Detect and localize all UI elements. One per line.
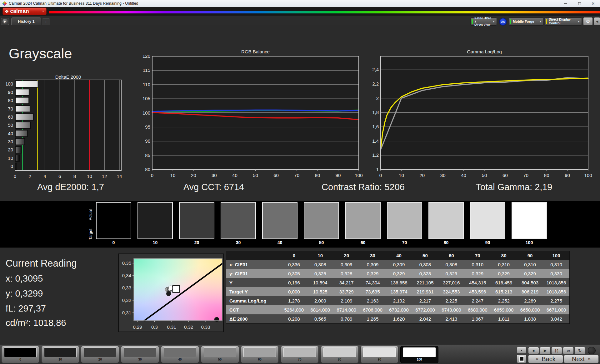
patch-button-20[interactable]: 20 bbox=[81, 346, 119, 363]
deltae-bar-chart: 100908070605040302010002468101214 bbox=[6, 79, 132, 182]
grayscale-swatch-strip: Actual Target 0102030405060708090100 bbox=[0, 201, 600, 248]
patch-button-50[interactable]: 50 bbox=[201, 346, 239, 363]
patch-button-70[interactable]: 70 bbox=[281, 346, 319, 363]
status-indicator-circle bbox=[588, 347, 596, 354]
svg-text:70: 70 bbox=[523, 173, 528, 178]
table-cell: 2,000 bbox=[307, 296, 333, 305]
grayscale-swatch-100 bbox=[512, 202, 547, 239]
patch-button-10[interactable]: 10 bbox=[41, 346, 79, 363]
patch-button-100[interactable]: 100 bbox=[400, 346, 438, 363]
row-label: y: CIE31 bbox=[226, 269, 281, 278]
table-cell: 0,328 bbox=[412, 269, 438, 278]
svg-text:0,33: 0,33 bbox=[201, 324, 210, 330]
svg-text:95: 95 bbox=[145, 124, 150, 130]
patch-button-80[interactable]: 80 bbox=[321, 346, 359, 363]
grayscale-swatch-10 bbox=[138, 202, 173, 239]
patch-button-0[interactable]: 0 bbox=[1, 346, 39, 363]
layout-nav-button[interactable]: ▶ bbox=[1, 18, 9, 25]
table-cell: 0,310 bbox=[464, 260, 491, 269]
patch-button-60[interactable]: 60 bbox=[241, 346, 279, 363]
svg-text:40: 40 bbox=[461, 173, 466, 178]
table-cell: 6714,000 bbox=[333, 305, 360, 314]
svg-text:110: 110 bbox=[143, 82, 150, 87]
source-dropdown[interactable]: Mobile Forge ▼ bbox=[509, 17, 544, 26]
rgb-balance-chart-title: RGB Balance bbox=[152, 49, 359, 54]
svg-text:115: 115 bbox=[143, 67, 150, 73]
svg-text:20: 20 bbox=[419, 173, 425, 178]
chevron-down-icon: ▼ bbox=[578, 20, 580, 23]
table-cell: 6680,000 bbox=[464, 305, 491, 314]
table-cell: 0,310 bbox=[491, 260, 517, 269]
svg-text:40: 40 bbox=[8, 131, 13, 136]
grayscale-swatch-70 bbox=[387, 202, 422, 239]
back-button[interactable]: « Back bbox=[528, 355, 563, 363]
meter-badge[interactable]: 700 bbox=[499, 18, 507, 26]
calman-app-window: Calman 2024 Calman Ultimate for Business… bbox=[0, 0, 600, 364]
meter-dropdown[interactable]: X-Rite i1Pro 3Direct View ▼ bbox=[470, 17, 497, 26]
table-cell: 0,329 bbox=[438, 269, 464, 278]
table-cell: 2,252 bbox=[491, 296, 517, 305]
continuous-measure-button[interactable]: ∞ bbox=[563, 347, 574, 354]
single-measure-button[interactable]: [·] bbox=[551, 347, 562, 354]
collapse-panel-button[interactable]: ◀ bbox=[594, 17, 600, 26]
table-cell: 0,329 bbox=[386, 269, 412, 278]
table-cell: 324,553 bbox=[438, 287, 464, 296]
add-tab-button[interactable]: + bbox=[42, 18, 50, 25]
svg-text:30: 30 bbox=[212, 173, 217, 178]
cie-plot-overlay: 0,350,340,330,320,310,290,30,310,320,33 bbox=[119, 254, 223, 332]
infinity-icon: ∞ bbox=[567, 348, 570, 353]
svg-text:0,34: 0,34 bbox=[122, 273, 131, 278]
next-button[interactable]: Next » bbox=[564, 355, 599, 363]
patch-button-30[interactable]: 30 bbox=[121, 346, 159, 363]
tab-history-1[interactable]: History 1 bbox=[11, 17, 41, 25]
table-cell: 6659,000 bbox=[491, 305, 517, 314]
back-button-label: Back bbox=[542, 356, 555, 363]
table-cell: 0,309 bbox=[386, 260, 412, 269]
table-row: Gamma Log/Log1,2782,0002,1092,1632,1922,… bbox=[226, 296, 569, 305]
table-row: y: CIE310,3050,3250,3280,3290,3290,3280,… bbox=[226, 269, 569, 278]
titlebar: Calman 2024 Calman Ultimate for Business… bbox=[0, 0, 600, 7]
svg-text:10: 10 bbox=[170, 173, 176, 178]
svg-text:2,2: 2,2 bbox=[372, 81, 379, 86]
svg-text:100: 100 bbox=[6, 81, 13, 86]
svg-text:14: 14 bbox=[117, 174, 122, 179]
column-header-30: 30 bbox=[360, 251, 386, 260]
table-cell: 2,275 bbox=[543, 296, 569, 305]
svg-text:2: 2 bbox=[29, 174, 31, 179]
table-cell: 0,325 bbox=[307, 269, 333, 278]
close-button[interactable]: ✕ bbox=[586, 0, 600, 7]
calman-menu-button[interactable]: ❖ calman ▼ bbox=[2, 7, 47, 15]
patch-button-90[interactable]: 90 bbox=[360, 346, 398, 363]
window-title: Calman 2024 Calman Ultimate for Business… bbox=[9, 1, 138, 6]
table-cell: 0,329 bbox=[360, 269, 386, 278]
play-icon: ▶ bbox=[544, 348, 547, 353]
table-cell: 0,565 bbox=[307, 314, 333, 323]
current-reading-title: Current Reading bbox=[6, 258, 77, 269]
minimize-button[interactable] bbox=[559, 0, 572, 7]
grayscale-swatch-80 bbox=[428, 202, 464, 239]
table-cell: 0,000 bbox=[281, 287, 307, 296]
settings-button[interactable]: ⚙ bbox=[583, 17, 593, 26]
next-button-label: Next bbox=[572, 356, 585, 363]
svg-text:100: 100 bbox=[584, 173, 592, 178]
refresh-button[interactable]: ↻ bbox=[574, 347, 585, 354]
patch-label-20: 20 bbox=[81, 358, 119, 361]
maximize-button[interactable] bbox=[572, 0, 586, 7]
panel-up-button[interactable]: ▲ bbox=[517, 347, 527, 354]
display-control-dropdown[interactable]: Direct Display Control ▼ bbox=[545, 17, 582, 26]
svg-text:60: 60 bbox=[8, 114, 13, 120]
row-label: Target Y bbox=[226, 287, 281, 296]
patch-swatch-10 bbox=[44, 347, 77, 357]
table-row: Target Y0,00010,52533,72973,635135,37421… bbox=[226, 287, 569, 296]
total-gamma-stat: Total Gamma: 2,19 bbox=[448, 182, 580, 192]
patch-window-button[interactable] bbox=[517, 355, 527, 363]
grayscale-swatch-60 bbox=[345, 202, 381, 239]
stop-measure-button[interactable]: ■ bbox=[528, 347, 539, 354]
svg-text:0,31: 0,31 bbox=[167, 324, 176, 330]
measure-button[interactable]: ▶ bbox=[540, 347, 551, 354]
row-label: CCT bbox=[226, 305, 281, 314]
svg-text:0,35: 0,35 bbox=[122, 260, 131, 266]
patch-button-40[interactable]: 40 bbox=[161, 346, 199, 363]
column-header-70: 70 bbox=[464, 251, 491, 260]
svg-text:120: 120 bbox=[142, 55, 150, 59]
